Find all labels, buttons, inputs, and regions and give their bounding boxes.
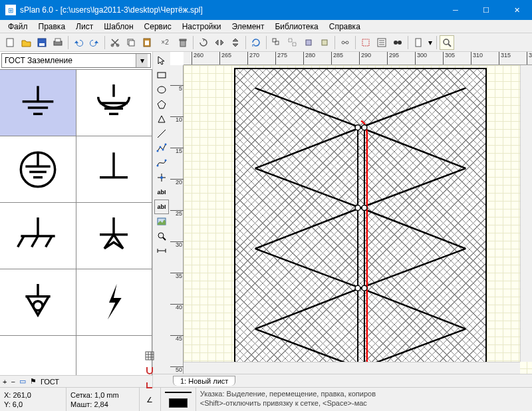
menu-service[interactable]: Сервис bbox=[139, 21, 177, 33]
library-item[interactable] bbox=[76, 136, 153, 203]
library-group-combo[interactable]: ГОСТ Заземление ▾ bbox=[1, 53, 151, 68]
canvas[interactable] bbox=[184, 65, 532, 374]
ground-shield-icon bbox=[90, 80, 137, 126]
list-button[interactable] bbox=[374, 35, 389, 50]
page-button[interactable] bbox=[411, 35, 426, 50]
back-button[interactable] bbox=[317, 35, 332, 50]
line-style-preview[interactable] bbox=[165, 392, 192, 393]
tool-measure[interactable] bbox=[154, 243, 169, 258]
front-button[interactable] bbox=[301, 35, 316, 50]
group-button[interactable] bbox=[269, 35, 284, 50]
library-item[interactable] bbox=[76, 203, 153, 269]
close-button[interactable]: ✕ bbox=[501, 0, 532, 20]
library-item[interactable] bbox=[0, 203, 76, 269]
circle-icon bbox=[156, 84, 167, 95]
print-button[interactable] bbox=[51, 35, 65, 50]
menu-settings[interactable]: Настройки bbox=[177, 21, 227, 33]
horizontal-scrollbar[interactable] bbox=[184, 362, 520, 374]
snap-toggle[interactable] bbox=[144, 366, 156, 375]
copy-button[interactable] bbox=[124, 35, 138, 50]
magnet-icon bbox=[145, 366, 154, 375]
tool-node[interactable] bbox=[154, 170, 169, 185]
minimize-button[interactable]: ─ bbox=[440, 0, 471, 20]
tool-textbox[interactable]: abI bbox=[154, 200, 169, 214]
horizontal-ruler: 2602652702752802852902953003053103153203… bbox=[184, 52, 532, 65]
library-item[interactable] bbox=[76, 70, 153, 136]
open-button[interactable] bbox=[19, 35, 33, 50]
ortho-icon bbox=[145, 380, 154, 390]
tool-line[interactable] bbox=[154, 126, 169, 141]
tool-rect[interactable] bbox=[154, 68, 169, 82]
library-item[interactable] bbox=[76, 269, 153, 336]
mirror-h-button[interactable] bbox=[212, 35, 227, 50]
tool-polyline[interactable] bbox=[154, 141, 169, 156]
tool-image[interactable] bbox=[154, 214, 169, 229]
ungroup-button[interactable] bbox=[285, 35, 300, 50]
svg-line-75 bbox=[255, 88, 360, 127]
menu-sheet[interactable]: Лист bbox=[70, 21, 98, 33]
sheet-tab[interactable]: 1: Новый лист bbox=[173, 376, 235, 386]
library-item[interactable] bbox=[76, 336, 153, 375]
rotate-button[interactable] bbox=[196, 35, 211, 50]
mirror-v-button[interactable] bbox=[228, 35, 243, 50]
refresh-icon bbox=[251, 37, 261, 48]
zoom-fit-button[interactable] bbox=[440, 35, 454, 50]
list-icon bbox=[376, 37, 387, 48]
tool-circle[interactable] bbox=[154, 82, 169, 97]
shape-icon bbox=[156, 114, 167, 124]
svg-point-93 bbox=[355, 125, 360, 130]
svg-point-30 bbox=[444, 39, 449, 45]
delete-button[interactable] bbox=[176, 35, 190, 50]
menu-template[interactable]: Шаблон bbox=[98, 21, 138, 33]
library-item[interactable] bbox=[0, 336, 76, 375]
library-item[interactable] bbox=[0, 70, 76, 136]
vertical-ruler: 510152025303540455055 bbox=[170, 65, 184, 374]
tool-bezier[interactable] bbox=[154, 156, 169, 170]
tool-polygon[interactable] bbox=[154, 97, 169, 112]
library-item[interactable] bbox=[0, 136, 76, 203]
tool-zoom[interactable] bbox=[154, 229, 169, 243]
duplicate-button[interactable]: ×2 bbox=[156, 35, 174, 50]
search-button[interactable] bbox=[390, 35, 405, 50]
lib-flag-icon[interactable]: ⚑ bbox=[30, 377, 37, 386]
grid-toggle[interactable] bbox=[144, 351, 156, 360]
vertical-scrollbar[interactable] bbox=[520, 65, 532, 362]
drawing-area[interactable]: 2602652702752802852902953003053103153203… bbox=[170, 52, 532, 374]
refresh-button[interactable] bbox=[249, 35, 263, 50]
menu-element[interactable]: Элемент bbox=[227, 21, 270, 33]
menu-file[interactable]: Файл bbox=[3, 21, 33, 33]
menu-edit[interactable]: Правка bbox=[33, 21, 71, 33]
new-button[interactable] bbox=[3, 35, 17, 50]
binoculars-icon bbox=[392, 37, 403, 48]
ortho-toggle[interactable] bbox=[144, 380, 156, 390]
measure-icon bbox=[156, 245, 167, 256]
select-area-button[interactable] bbox=[358, 35, 373, 50]
save-button[interactable] bbox=[35, 35, 49, 50]
app-icon: ⊞ bbox=[5, 5, 16, 15]
menu-help[interactable]: Справка bbox=[324, 21, 366, 33]
svg-point-64 bbox=[157, 165, 159, 167]
copy-icon bbox=[126, 37, 136, 48]
library-item[interactable] bbox=[0, 269, 76, 336]
redo-button[interactable] bbox=[87, 35, 102, 50]
tool-pointer[interactable] bbox=[154, 53, 169, 68]
ground-chassis2-icon bbox=[15, 213, 61, 259]
menu-library[interactable]: Библиотека bbox=[269, 21, 323, 33]
tool-special[interactable] bbox=[154, 112, 169, 126]
link-button[interactable] bbox=[338, 35, 352, 50]
tool-text[interactable]: abI bbox=[154, 185, 169, 200]
page-dropdown[interactable]: ▾ bbox=[427, 35, 434, 50]
svg-rect-18 bbox=[322, 40, 327, 45]
svg-line-79 bbox=[255, 168, 360, 207]
paste-button[interactable] bbox=[140, 35, 154, 50]
fill-color-preview[interactable] bbox=[169, 398, 188, 408]
work-area: abI abI 26026527027528028529029530030531… bbox=[153, 52, 532, 387]
status-hint-1: Указка: Выделение, перемещение, правка, … bbox=[200, 389, 528, 398]
undo-button[interactable] bbox=[71, 35, 86, 50]
redo-icon bbox=[89, 37, 100, 48]
maximize-button[interactable]: ☐ bbox=[471, 0, 501, 20]
cut-button[interactable] bbox=[108, 35, 122, 50]
lib-add-icon[interactable]: + bbox=[3, 378, 7, 386]
lib-label-icon[interactable]: ▭ bbox=[19, 377, 26, 386]
lib-remove-icon[interactable]: − bbox=[11, 378, 15, 386]
